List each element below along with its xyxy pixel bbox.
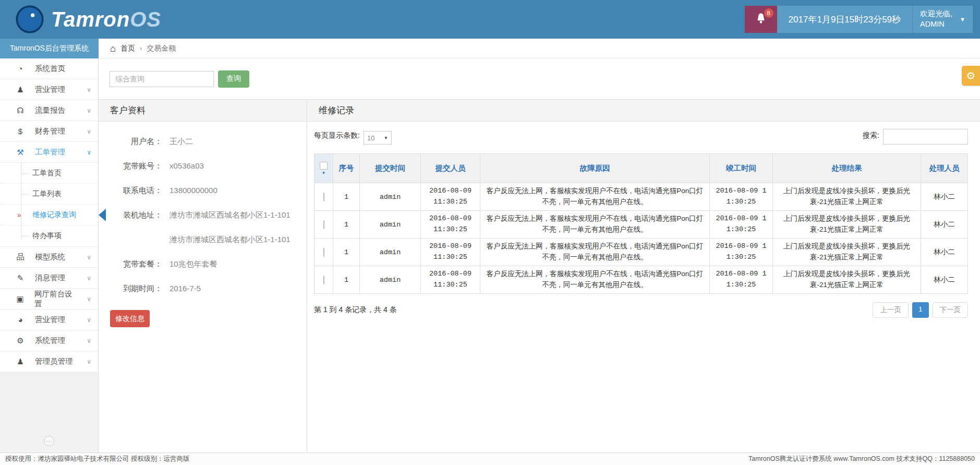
table-search-input[interactable] — [883, 129, 968, 145]
customer-panel-title: 客户资料 — [99, 100, 307, 122]
chevron-down-icon: ∨ — [87, 337, 91, 344]
table-row: 1 admin 2016-08-09 11:30:25 客户反应无法上网，客服核… — [314, 183, 968, 211]
sidebar-item-workorder-home[interactable]: 工单首页 — [0, 163, 98, 184]
sidebar-item-repair-records[interactable]: » 维修记录查询 — [0, 205, 98, 225]
tree-connector — [21, 194, 28, 195]
sidebar-item-message[interactable]: ✎ 消息管理 ∨ — [0, 268, 98, 289]
submit-time-cell: 2016-08-09 11:30:25 — [421, 239, 480, 266]
records-panel-title: 维修记录 — [307, 100, 980, 122]
result-cell: 上门后发现是皮线冷接头损坏，更换后光衰-21光猫正常上网正常 — [773, 183, 921, 211]
result-cell: 上门后发现是皮线冷接头损坏，更换后光衰-21光猫正常上网正常 — [773, 211, 921, 239]
settings-gear-button[interactable]: ⚙ — [962, 66, 980, 86]
table-row: 1 admin 2016-08-09 11:30:25 客户反应无法上网，客服核… — [314, 211, 968, 239]
breadcrumb-home[interactable]: 首页 — [120, 44, 135, 53]
pagination-page-1[interactable]: 1 — [912, 302, 929, 318]
chevron-down-icon: ∨ — [87, 149, 91, 156]
sidebar-item-finance[interactable]: $ 财务管理 ∨ — [0, 121, 98, 142]
row-checkbox[interactable] — [323, 220, 324, 229]
sidebar-footer: ⋯ — [0, 372, 98, 452]
table-header-row: ▼ 序号 提交时间 提交人员 故障原因 竣工时间 处理结果 处理人员 — [314, 154, 968, 183]
workorder-submenu: 工单首页 工单列表 » 维修记录查询 待办事项 — [0, 163, 98, 247]
row-checkbox[interactable] — [323, 276, 324, 284]
chevron-down-icon: ∨ — [87, 275, 91, 282]
sidebar-item-business[interactable]: ♟ 营业管理 ∨ — [0, 79, 98, 100]
table-row: 1 admin 2016-08-09 11:30:25 客户反应无法上网，客服核… — [314, 266, 968, 294]
submit-time-cell: 2016-08-09 11:30:25 — [421, 183, 480, 211]
submitter-cell: admin — [360, 266, 421, 294]
select-all-checkbox[interactable] — [320, 162, 328, 170]
sidebar-item-portal[interactable]: ▣ 网厅前台设置 ∨ — [0, 289, 98, 309]
logo[interactable]: TamronOS — [0, 5, 161, 33]
sidebar-item-todo[interactable]: 待办事项 — [0, 225, 98, 246]
sidebar-item-workorder-list[interactable]: 工单列表 — [0, 184, 98, 205]
query-button[interactable]: 查询 — [218, 70, 249, 88]
submitter-cell: admin — [360, 239, 421, 266]
row-checkbox[interactable] — [323, 193, 324, 201]
username-value: 王小二 — [170, 134, 193, 149]
user-menu[interactable]: 欢迎光临, ADMIN ▼ — [912, 6, 973, 33]
notifications-button[interactable]: 8 — [745, 6, 777, 33]
column-header-seq[interactable]: 序号 — [333, 154, 360, 183]
per-page-label: 每页显示条数: — [314, 131, 360, 140]
sidebar-nav: ◔ 系统首页 ♟ 营业管理 ∨ ☊ 流量报告 ∨ $ 财务管理 ∨ ⚒ 工单管理 — [0, 58, 99, 452]
gears-icon: ⚙ — [15, 336, 26, 345]
pagination: 上一页 1 下一页 — [873, 302, 968, 318]
fault-cell: 客户反应无法上网，客服核实发现用户不在线，电话沟通光猫Pon口灯不亮，同一单元有… — [480, 266, 710, 294]
table-footer: 第 1 到 4 条记录，共 4 条 上一页 1 下一页 — [307, 294, 980, 318]
handler-cell: 林小二 — [921, 211, 968, 239]
sidebar-item-business-2[interactable]: ◕ 营业管理 ∨ — [0, 309, 98, 330]
column-header-handler[interactable]: 处理人员 — [921, 154, 968, 183]
select-all-header[interactable]: ▼ — [314, 154, 333, 183]
breadcrumb-separator: › — [140, 44, 142, 52]
sidebar-collapse-button[interactable]: ⋯ — [44, 436, 54, 446]
chevron-down-icon: ∨ — [87, 128, 91, 135]
breadcrumb-current: 交易金额 — [147, 44, 176, 53]
per-page-select[interactable]: 10 ▼ — [364, 131, 392, 145]
customer-field-row: 宽带套餐： 10兆包年套餐 — [110, 257, 307, 271]
username: ADMIN — [920, 19, 952, 30]
global-search-input[interactable] — [110, 71, 214, 87]
account-value: x0536a03 — [170, 159, 204, 173]
address-value: 潍坊市潍城区西城名都小区1-1-101 — [170, 208, 291, 222]
sidebar-item-dashboard[interactable]: ◔ 系统首页 — [0, 58, 98, 79]
pagination-prev[interactable]: 上一页 — [873, 302, 909, 318]
column-header-submitter[interactable]: 提交人员 — [421, 154, 480, 183]
content-area: ⚙ 查询 客户资料 用户名： 王小二 宽带账号： — [99, 58, 980, 452]
notification-badge: 8 — [764, 8, 773, 18]
finish-time-cell: 2016-08-09 11:30:25 — [710, 266, 773, 294]
license-text: 授权使用：潍坊家园驿站电子技术有限公司 授权级别：运营商版 — [5, 455, 189, 463]
vendor-text: TamronOS腾龙认证计费系统 www.TamronOS.com 技术支持QQ… — [748, 455, 975, 463]
panels-row: 客户资料 用户名： 王小二 宽带账号： x0536a03 联系电话： 13800 — [99, 99, 980, 452]
sidebar-item-model[interactable]: 品 模型系统 ∨ — [0, 247, 98, 268]
submit-time-cell: 2016-08-09 11:30:25 — [421, 211, 480, 239]
home-icon: ⌂ — [110, 44, 116, 53]
sidebar-item-workorder[interactable]: ⚒ 工单管理 ∨ — [0, 142, 98, 163]
address-value-2: 潍坊市潍城区西城名都小区1-1-101 — [170, 232, 291, 247]
handler-cell: 林小二 — [921, 266, 968, 294]
fault-cell: 客户反应无法上网，客服核实发现用户不在线，电话沟通光猫Pon口灯不亮，同一单元有… — [480, 211, 710, 239]
table-search-label: 搜索: — [863, 131, 879, 140]
column-header-fault[interactable]: 故障原因 — [480, 154, 710, 183]
column-header-result[interactable]: 处理结果 — [773, 154, 921, 183]
column-header-submit-time[interactable]: 提交时间 — [360, 154, 421, 183]
result-cell: 上门后发现是皮线冷接头损坏，更换后光衰-21光猫正常上网正常 — [773, 239, 921, 266]
active-item-arrow — [99, 209, 106, 221]
sidebar-item-system[interactable]: ⚙ 系统管理 ∨ — [0, 330, 98, 351]
result-cell: 上门后发现是皮线冷接头损坏，更换后光衰-21光猫正常上网正常 — [773, 266, 921, 294]
tree-connector — [21, 173, 28, 174]
datetime-display: 2017年1月9日15时23分59秒 — [777, 6, 912, 33]
chevron-down-icon: ∨ — [87, 358, 91, 365]
sidebar-item-admin[interactable]: ♟ 管理员管理 ∨ — [0, 351, 98, 372]
select-caret-icon: ▼ — [384, 136, 388, 140]
pagination-next[interactable]: 下一页 — [933, 302, 969, 318]
dashboard-icon: ◔ — [15, 64, 26, 73]
fault-cell: 客户反应无法上网，客服核实发现用户不在线，电话沟通光猫Pon口灯不亮，同一单元有… — [480, 239, 710, 266]
rss-icon: ☊ — [15, 106, 26, 115]
records-info: 第 1 到 4 条记录，共 4 条 — [314, 305, 397, 315]
sidebar-item-traffic[interactable]: ☊ 流量报告 ∨ — [0, 100, 98, 121]
row-checkbox[interactable] — [323, 248, 324, 257]
sitemap-icon: 品 — [15, 252, 26, 262]
edit-info-button[interactable]: 修改信息 — [110, 310, 150, 327]
column-header-finish-time[interactable]: 竣工时间 — [710, 154, 773, 183]
seq-cell: 1 — [333, 183, 360, 211]
